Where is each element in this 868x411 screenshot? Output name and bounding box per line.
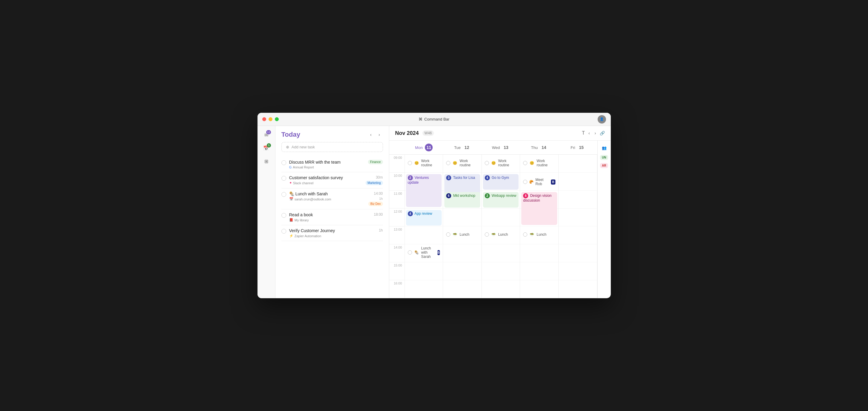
event-thu-meet-rob[interactable]: 🥐 Meet Rob B — [521, 174, 557, 190]
task-time: 30m — [376, 175, 383, 179]
time-grid: 09:00 10:00 11:00 12:00 13:00 14:00 15:0… — [389, 155, 597, 298]
add-task-plus-icon: ⊕ — [286, 145, 289, 149]
titlebar: ⌘ Command Bar 👤 — [257, 113, 611, 126]
calendar-badge: 5 — [267, 143, 271, 147]
event-checkbox[interactable] — [408, 250, 412, 254]
task-title: Verify Customer Journey — [289, 228, 376, 233]
event-wed-gym[interactable]: 4 Go to Gym — [483, 174, 519, 190]
event-checkbox[interactable] — [446, 232, 450, 237]
calendar-panel: Nov 2024 W46 T ‹ › 🔗 Mon 11 — [389, 126, 611, 298]
calendar-month: Nov 2024 — [395, 130, 419, 136]
app-body: ✉ 12 📅 5 ⊞ Today ‹ › ⊕ Add new ta — [257, 126, 611, 298]
event-num: 2 — [408, 175, 413, 180]
task-checkbox[interactable] — [281, 176, 286, 181]
hour-slot — [559, 155, 597, 173]
close-button[interactable] — [262, 117, 266, 121]
list-item: Read a book 📕 My library 18:00 — [281, 209, 383, 225]
event-label: Work routine — [460, 159, 478, 167]
sidebar-item-calendar[interactable]: 📅 5 — [261, 143, 272, 153]
sidebar-item-grid[interactable]: ⊞ — [261, 156, 272, 167]
mail-badge: 12 — [266, 130, 271, 134]
event-thu-lunch[interactable]: 🥗 Lunch — [521, 228, 557, 241]
add-task-button[interactable]: ⊕ Add new task — [281, 142, 383, 152]
task-content: Read a book 📕 My library — [289, 212, 371, 222]
calendar-view-toggle[interactable]: T — [582, 130, 585, 136]
event-emoji: 🥗 — [491, 232, 496, 237]
day-number-tue: 12 — [463, 144, 471, 151]
task-nav-next[interactable]: › — [376, 131, 383, 138]
event-checkbox[interactable] — [446, 161, 450, 165]
task-list: Discuss MRR with the team G Annual Repor… — [275, 157, 389, 298]
day-number-fri: 15 — [578, 144, 585, 151]
event-num: 4 — [408, 211, 413, 216]
hour-slot — [520, 262, 558, 280]
day-header-fri: Fri 15 — [559, 141, 597, 155]
event-wed-lunch[interactable]: 🥗 Lunch — [483, 228, 519, 241]
event-checkbox[interactable] — [485, 161, 489, 165]
day-col-thu: 😊 Work routine 🥐 Meet Rob B — [520, 155, 559, 298]
task-meta: 18:00 — [374, 212, 383, 216]
hour-slot — [443, 244, 482, 262]
time-labels-col: 09:00 10:00 11:00 12:00 13:00 14:00 15:0… — [389, 155, 405, 298]
add-task-label: Add new task — [291, 145, 315, 149]
event-checkbox[interactable] — [523, 180, 527, 184]
event-wed-work-routine[interactable]: 😊 Work routine — [483, 157, 519, 170]
user-avatar[interactable]: 👤 — [598, 115, 606, 124]
hour-slot — [559, 244, 597, 262]
task-subtitle: ✦ Slack channel — [289, 181, 363, 185]
day-col-tue: 😊 Work routine 3 Tasks for Lisa 6 — [443, 155, 482, 298]
event-tue-work-routine[interactable]: 😊 Work routine — [444, 157, 480, 170]
event-checkbox[interactable] — [408, 161, 412, 165]
list-item: Discuss MRR with the team G Annual Repor… — [281, 157, 383, 172]
event-emoji: 😊 — [414, 161, 419, 165]
calendar-header: Nov 2024 W46 T ‹ › 🔗 — [389, 126, 611, 141]
user-tag-ar[interactable]: AR — [600, 163, 608, 168]
task-panel: Today ‹ › ⊕ Add new task Discuss MRR wit… — [275, 126, 389, 298]
time-label-10: 10:00 — [389, 173, 404, 191]
app-window: ⌘ Command Bar 👤 ✉ 12 📅 5 ⊞ Today — [257, 113, 611, 298]
time-label-15: 15:00 — [389, 262, 404, 280]
event-wed-webapp-review[interactable]: 2 Webapp review — [483, 192, 519, 208]
event-label: Lunch — [460, 232, 469, 237]
event-checkbox[interactable] — [523, 232, 527, 237]
hour-slot — [559, 227, 597, 244]
event-mon-ventures[interactable]: 2 Ventures update — [406, 174, 442, 207]
task-checkbox[interactable] — [281, 160, 286, 165]
task-sub-icon: 📅 — [289, 197, 293, 201]
event-mon-app-review[interactable]: 4 App review — [406, 210, 442, 226]
task-meta: 1h — [379, 228, 383, 232]
task-checkbox[interactable] — [281, 213, 286, 218]
hour-slot — [559, 262, 597, 280]
event-checkbox[interactable] — [523, 161, 527, 165]
event-label: App review — [414, 211, 432, 216]
task-time: 1h — [379, 228, 383, 232]
event-mon-lunch-sarah[interactable]: 🌯 Lunch with Sarah B — [406, 246, 442, 259]
task-subtitle: ⚡ Zapier Automation — [289, 234, 376, 238]
event-checkbox[interactable] — [485, 232, 489, 237]
event-mon-work-routine[interactable]: 😊 Work routine — [406, 157, 442, 170]
titlebar-right: 👤 — [598, 115, 606, 124]
task-checkbox[interactable] — [281, 229, 286, 234]
task-title: Discuss MRR with the team — [289, 160, 365, 165]
link-icon[interactable]: 🔗 — [600, 131, 605, 136]
traffic-lights — [262, 117, 279, 121]
calendar-week-badge: W46 — [423, 130, 434, 136]
task-panel-header: Today ‹ › — [275, 126, 389, 142]
event-tue-lunch[interactable]: 🥗 Lunch — [444, 228, 480, 241]
event-thu-design-vision[interactable]: 8 Design vision discussion — [521, 192, 557, 225]
sidebar-item-mail[interactable]: ✉ 12 — [261, 130, 272, 140]
calendar-grid-wrap: Mon 11 Tue 12 Wed 13 Thu 14 Fri 15 — [389, 141, 611, 298]
user-tag-un[interactable]: UN — [600, 155, 608, 160]
calendar-nav-prev[interactable]: ‹ — [587, 130, 591, 137]
event-thu-work-routine[interactable]: 😊 Work routine — [521, 157, 557, 170]
list-item: Verify Customer Journey ⚡ Zapier Automat… — [281, 225, 383, 241]
event-tue-mkt-workshop[interactable]: 6 Mkt workshop — [444, 192, 480, 208]
calendar-nav-next[interactable]: › — [593, 130, 597, 137]
day-number-mon: 11 — [425, 144, 433, 151]
task-checkbox[interactable] — [281, 192, 286, 197]
hour-slot — [559, 280, 597, 298]
task-nav-prev[interactable]: ‹ — [367, 131, 375, 138]
users-icon[interactable]: 👥 — [600, 144, 609, 152]
maximize-button[interactable] — [275, 117, 279, 121]
minimize-button[interactable] — [269, 117, 273, 121]
